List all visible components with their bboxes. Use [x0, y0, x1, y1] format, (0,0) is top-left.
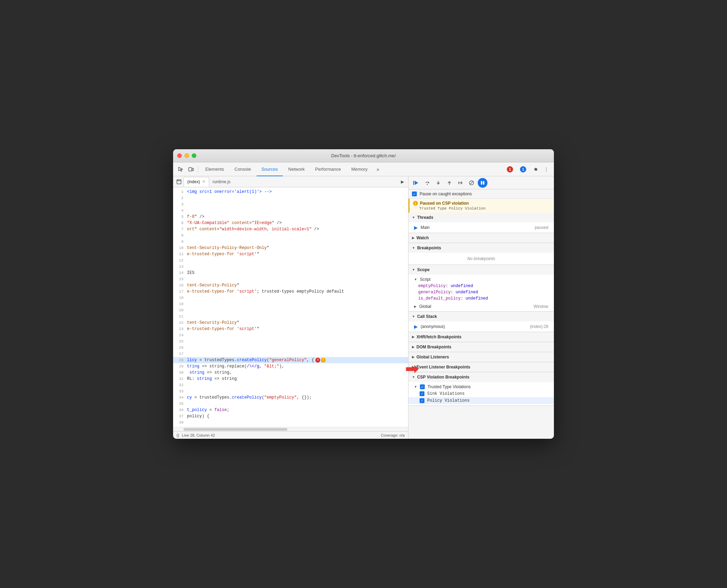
svg-rect-15	[483, 181, 484, 185]
right-panel-scroll[interactable]: ✓ Pause on caught exceptions i Paused on…	[409, 189, 554, 439]
trusted-type-checkbox[interactable]: ✓	[420, 384, 425, 389]
file-tab-index[interactable]: (index) ✕	[183, 177, 209, 187]
event-listener-header[interactable]: ▶ Event Listener Breakpoints	[409, 362, 554, 372]
global-listeners-triangle: ▶	[412, 355, 414, 359]
info-count: 1	[520, 166, 526, 172]
watch-header[interactable]: ▶ Watch	[409, 233, 554, 243]
thread-arrow-icon: ▶	[414, 225, 418, 230]
event-listener-triangle: ▶	[412, 365, 414, 369]
threads-header[interactable]: ▼ Threads	[409, 213, 554, 222]
global-listeners-header[interactable]: ▶ Global Listeners	[409, 352, 554, 362]
table-row: 10 tent-Security-Policy-Report-Only"	[173, 245, 408, 251]
coverage-status: Coverage: n/a	[381, 433, 405, 437]
info-badge-button[interactable]: 1	[517, 165, 529, 173]
panel-icon[interactable]	[174, 177, 183, 186]
call-stack-item: ▶ (anonymous) (index):28	[409, 323, 554, 330]
step-out-button[interactable]	[445, 178, 454, 188]
event-listener-label: Event Listener Breakpoints	[416, 365, 470, 369]
policy-checkbox[interactable]: ✓	[420, 398, 424, 403]
svg-rect-14	[481, 181, 482, 185]
tab-memory[interactable]: Memory	[347, 162, 373, 176]
pause-on-caught-checkbox[interactable]: ✓	[412, 191, 417, 196]
breakpoints-triangle: ▼	[412, 246, 415, 250]
toolbar-separator	[198, 166, 198, 173]
pause-button[interactable]	[478, 178, 487, 188]
tab-elements[interactable]: Elements	[200, 162, 229, 176]
table-row: 15	[173, 276, 408, 282]
info-icon: i	[413, 201, 418, 206]
svg-rect-1	[192, 168, 194, 171]
csp-title: Paused on CSP violation	[420, 201, 469, 206]
more-options-button[interactable]: ⋮	[541, 164, 551, 174]
inspect-element-button[interactable]	[176, 164, 186, 174]
table-row: 19	[173, 301, 408, 307]
horizontal-scrollbar[interactable]	[173, 427, 408, 431]
error-badge-button[interactable]: 1	[504, 165, 516, 173]
table-row: 33	[173, 388, 408, 394]
deactivate-breakpoints-button[interactable]	[467, 178, 476, 188]
resume-button[interactable]	[411, 178, 421, 188]
debug-toolbar	[409, 176, 554, 189]
tab-console[interactable]: Console	[230, 162, 256, 176]
main-content: (index) ✕ runtime.js ▶ 1 <img src=1 oner…	[173, 176, 554, 439]
csp-violation-text: Trusted Type Policy Violation	[413, 206, 550, 211]
xhr-section: ▶ XHR/fetch Breakpoints	[409, 332, 554, 342]
call-stack-content: ▶ (anonymous) (index):28	[409, 321, 554, 332]
watch-label: Watch	[416, 235, 429, 240]
maximize-button[interactable]	[192, 153, 196, 158]
table-row: 29 tring => string.replace(/\</g, "&lt;"…	[173, 363, 408, 369]
csp-header[interactable]: ▼ CSP Violation Breakpoints	[409, 372, 554, 382]
run-snippet-button[interactable]: ▶	[398, 177, 407, 186]
tab-sources[interactable]: Sources	[257, 162, 283, 176]
tab-performance[interactable]: Performance	[310, 162, 345, 176]
table-row: 4	[173, 207, 408, 214]
breakpoints-header[interactable]: ▼ Breakpoints	[409, 243, 554, 253]
pause-on-caught-label: Pause on caught exceptions	[420, 191, 472, 196]
trusted-type-label: Trusted Type Violations	[428, 384, 471, 389]
threads-triangle: ▼	[412, 216, 415, 219]
scope-header[interactable]: ▼ Scope	[409, 265, 554, 275]
table-row: 30 string => string,	[173, 369, 408, 376]
tab-network[interactable]: Network	[284, 162, 310, 176]
table-row: 16 tent-Security-Policy"	[173, 282, 408, 288]
table-row: 23 e-trusted-types-for 'script'"	[173, 326, 408, 332]
close-button[interactable]	[177, 153, 182, 158]
scope-section: ▼ Scope ▼ Script emptyPolicy: undefined …	[409, 265, 554, 312]
close-tab-icon[interactable]: ✕	[202, 179, 205, 184]
svg-marker-5	[415, 181, 418, 185]
more-tabs-button[interactable]: »	[373, 164, 383, 174]
device-toolbar-button[interactable]	[186, 164, 196, 174]
xhr-label: XHR/fetch Breakpoints	[416, 335, 461, 339]
step-over-button[interactable]	[422, 178, 432, 188]
xhr-header[interactable]: ▶ XHR/fetch Breakpoints	[409, 332, 554, 342]
table-row: 36 t_policy = false;	[173, 407, 408, 413]
table-row: 8	[173, 232, 408, 239]
scope-script-label: Script	[420, 277, 431, 282]
scope-triangle: ▼	[412, 268, 415, 271]
sink-checkbox[interactable]: ✓	[420, 391, 424, 396]
table-row: 17 e-trusted-types-for 'script'; trusted…	[173, 288, 408, 295]
minimize-button[interactable]	[185, 153, 189, 158]
call-stack-section: ▼ Call Stack ▶ (anonymous) (index):28	[409, 312, 554, 332]
csp-violation-banner: i Paused on CSP violation Trusted Type P…	[409, 199, 554, 213]
call-stack-triangle: ▼	[412, 315, 415, 318]
scrollbar-thumb[interactable]	[183, 428, 287, 431]
dom-header[interactable]: ▶ DOM Breakpoints	[409, 342, 554, 352]
settings-button[interactable]	[530, 164, 540, 174]
step-button[interactable]	[456, 178, 465, 188]
table-row: 32	[173, 382, 408, 388]
code-editor[interactable]: 1 <img src=1 onerror='alert(1)'> --> 2 3…	[173, 187, 408, 427]
file-tab-runtime[interactable]: runtime.js	[209, 177, 234, 187]
policy-violations-item: ✓ Policy Violations	[409, 397, 554, 404]
global-listeners-label: Global Listeners	[416, 355, 449, 359]
scope-global-header[interactable]: ▶ Global Window	[409, 303, 554, 310]
table-row: 6 "X-UA-Compatible" content="IE=edge" />	[173, 220, 408, 226]
titlebar: DevTools - tt-enforced.glitch.me/	[173, 149, 554, 162]
devtools-window: DevTools - tt-enforced.glitch.me/ Elemen…	[173, 149, 554, 439]
step-into-button[interactable]	[433, 178, 443, 188]
call-stack-header[interactable]: ▼ Call Stack	[409, 312, 554, 321]
format-button[interactable]: {}	[177, 433, 179, 437]
call-stack-arrow-icon: ▶	[414, 324, 418, 329]
code-lines: 1 <img src=1 onerror='alert(1)'> --> 2 3…	[173, 187, 408, 427]
scope-script-header[interactable]: ▼ Script	[409, 276, 554, 283]
